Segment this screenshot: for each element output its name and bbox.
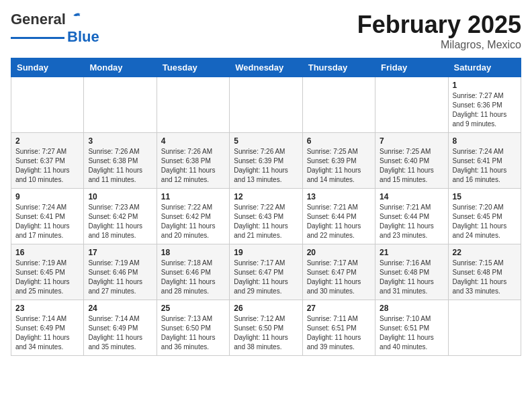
calendar-cell: 8Sunrise: 7:24 AM Sunset: 6:41 PM Daylig… [448,133,521,189]
calendar-cell: 21Sunrise: 7:16 AM Sunset: 6:48 PM Dayli… [375,244,448,300]
day-info: Sunrise: 7:11 AM Sunset: 6:51 PM Dayligh… [307,314,371,352]
day-info: Sunrise: 7:22 AM Sunset: 6:42 PM Dayligh… [161,203,225,240]
calendar-cell: 23Sunrise: 7:14 AM Sunset: 6:49 PM Dayli… [11,300,84,356]
calendar-cell [230,77,302,133]
day-number: 3 [88,136,152,146]
calendar-cell: 19Sunrise: 7:17 AM Sunset: 6:47 PM Dayli… [230,244,302,300]
day-number: 25 [161,304,225,313]
day-info: Sunrise: 7:24 AM Sunset: 6:41 PM Dayligh… [15,203,79,240]
calendar-cell: 1Sunrise: 7:27 AM Sunset: 6:36 PM Daylig… [448,77,521,133]
calendar-cell: 17Sunrise: 7:19 AM Sunset: 6:46 PM Dayli… [84,244,157,300]
calendar-cell: 16Sunrise: 7:19 AM Sunset: 6:45 PM Dayli… [11,244,84,300]
day-info: Sunrise: 7:21 AM Sunset: 6:44 PM Dayligh… [380,203,443,240]
day-info: Sunrise: 7:21 AM Sunset: 6:44 PM Dayligh… [307,203,371,240]
day-number: 20 [307,248,371,257]
day-info: Sunrise: 7:23 AM Sunset: 6:42 PM Dayligh… [88,203,152,240]
day-info: Sunrise: 7:17 AM Sunset: 6:47 PM Dayligh… [307,259,371,296]
day-info: Sunrise: 7:14 AM Sunset: 6:49 PM Dayligh… [88,314,152,352]
day-number: 5 [234,136,298,146]
calendar-cell [84,77,157,133]
calendar-cell: 14Sunrise: 7:21 AM Sunset: 6:44 PM Dayli… [375,189,448,244]
calendar-cell: 9Sunrise: 7:24 AM Sunset: 6:41 PM Daylig… [11,189,84,244]
calendar-cell [11,77,84,133]
day-info: Sunrise: 7:12 AM Sunset: 6:50 PM Dayligh… [234,314,298,352]
weekday-header: Sunday [11,58,84,77]
day-number: 2 [15,136,79,146]
calendar-cell: 13Sunrise: 7:21 AM Sunset: 6:44 PM Dayli… [302,189,375,244]
calendar-week-row: 2Sunrise: 7:27 AM Sunset: 6:37 PM Daylig… [11,133,521,189]
logo: General Blue [11,11,99,46]
calendar-cell: 20Sunrise: 7:17 AM Sunset: 6:47 PM Dayli… [302,244,375,300]
day-number: 6 [307,136,371,146]
day-number: 1 [453,81,517,90]
day-number: 15 [453,192,517,201]
calendar-cell: 15Sunrise: 7:20 AM Sunset: 6:45 PM Dayli… [448,189,521,244]
day-info: Sunrise: 7:17 AM Sunset: 6:47 PM Dayligh… [234,259,298,296]
day-number: 4 [161,136,225,146]
logo-general: General [11,11,66,28]
day-info: Sunrise: 7:26 AM Sunset: 6:39 PM Dayligh… [234,147,298,185]
weekday-header: Monday [84,58,157,77]
calendar-cell: 7Sunrise: 7:25 AM Sunset: 6:40 PM Daylig… [375,133,448,189]
weekday-header: Tuesday [157,58,229,77]
day-info: Sunrise: 7:14 AM Sunset: 6:49 PM Dayligh… [15,314,79,352]
location: Milagros, Mexico [357,39,521,51]
day-info: Sunrise: 7:13 AM Sunset: 6:50 PM Dayligh… [161,314,225,352]
calendar-cell: 11Sunrise: 7:22 AM Sunset: 6:42 PM Dayli… [157,189,229,244]
day-number: 9 [15,192,79,201]
calendar-header-row: SundayMondayTuesdayWednesdayThursdayFrid… [11,58,521,77]
month-title: February 2025 [357,11,521,39]
calendar-week-row: 1Sunrise: 7:27 AM Sunset: 6:36 PM Daylig… [11,77,521,133]
day-number: 21 [380,248,443,257]
day-number: 19 [234,248,298,257]
calendar-week-row: 23Sunrise: 7:14 AM Sunset: 6:49 PM Dayli… [11,300,521,356]
calendar-cell [302,77,375,133]
calendar-cell [448,300,521,356]
calendar-cell: 18Sunrise: 7:18 AM Sunset: 6:46 PM Dayli… [157,244,229,300]
day-info: Sunrise: 7:26 AM Sunset: 6:38 PM Dayligh… [161,147,225,185]
calendar-cell: 22Sunrise: 7:15 AM Sunset: 6:48 PM Dayli… [448,244,521,300]
page-header: General Blue February 2025 Milagros, Mex… [11,11,521,51]
day-number: 17 [88,248,152,257]
day-number: 24 [88,304,152,313]
calendar-cell: 24Sunrise: 7:14 AM Sunset: 6:49 PM Dayli… [84,300,157,356]
calendar-cell: 3Sunrise: 7:26 AM Sunset: 6:38 PM Daylig… [84,133,157,189]
weekday-header: Wednesday [230,58,302,77]
day-number: 22 [453,248,517,257]
calendar-week-row: 16Sunrise: 7:19 AM Sunset: 6:45 PM Dayli… [11,244,521,300]
calendar-week-row: 9Sunrise: 7:24 AM Sunset: 6:41 PM Daylig… [11,189,521,244]
logo-line [11,37,64,39]
day-info: Sunrise: 7:25 AM Sunset: 6:40 PM Dayligh… [380,147,443,185]
day-info: Sunrise: 7:26 AM Sunset: 6:38 PM Dayligh… [88,147,152,185]
day-number: 27 [307,304,371,313]
weekday-header: Saturday [448,58,521,77]
day-number: 13 [307,192,371,201]
calendar-cell: 27Sunrise: 7:11 AM Sunset: 6:51 PM Dayli… [302,300,375,356]
day-info: Sunrise: 7:22 AM Sunset: 6:43 PM Dayligh… [234,203,298,240]
day-info: Sunrise: 7:10 AM Sunset: 6:51 PM Dayligh… [380,314,443,352]
calendar-cell [375,77,448,133]
day-number: 12 [234,192,298,201]
calendar-cell: 5Sunrise: 7:26 AM Sunset: 6:39 PM Daylig… [230,133,302,189]
day-info: Sunrise: 7:18 AM Sunset: 6:46 PM Dayligh… [161,259,225,296]
day-number: 18 [161,248,225,257]
title-block: February 2025 Milagros, Mexico [357,11,521,51]
day-number: 28 [380,304,443,313]
day-info: Sunrise: 7:24 AM Sunset: 6:41 PM Dayligh… [453,147,517,185]
day-info: Sunrise: 7:15 AM Sunset: 6:48 PM Dayligh… [453,259,517,296]
calendar-cell: 25Sunrise: 7:13 AM Sunset: 6:50 PM Dayli… [157,300,229,356]
calendar-cell [157,77,229,133]
day-info: Sunrise: 7:20 AM Sunset: 6:45 PM Dayligh… [453,203,517,240]
logo-blue: Blue [67,28,99,46]
day-number: 23 [15,304,79,313]
calendar-cell: 26Sunrise: 7:12 AM Sunset: 6:50 PM Dayli… [230,300,302,356]
day-number: 8 [453,136,517,146]
calendar-cell: 12Sunrise: 7:22 AM Sunset: 6:43 PM Dayli… [230,189,302,244]
day-info: Sunrise: 7:27 AM Sunset: 6:37 PM Dayligh… [15,147,79,185]
day-number: 11 [161,192,225,201]
calendar-cell: 2Sunrise: 7:27 AM Sunset: 6:37 PM Daylig… [11,133,84,189]
logo-bird-icon [67,13,81,24]
calendar-cell: 10Sunrise: 7:23 AM Sunset: 6:42 PM Dayli… [84,189,157,244]
weekday-header: Friday [375,58,448,77]
weekday-header: Thursday [302,58,375,77]
